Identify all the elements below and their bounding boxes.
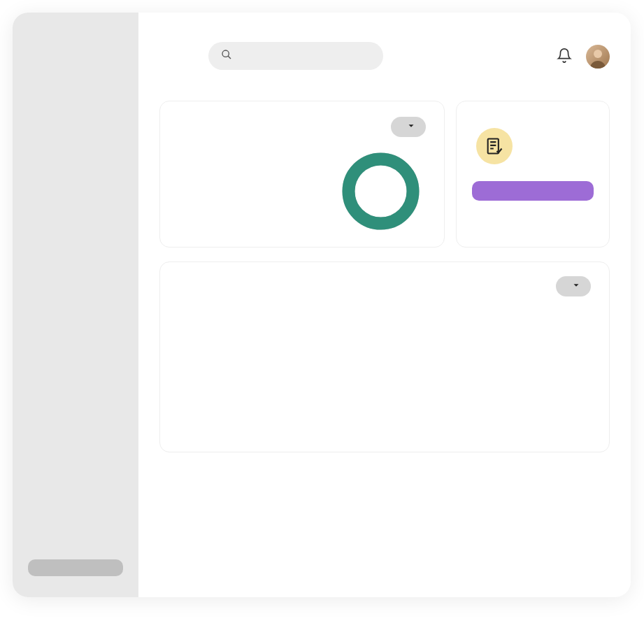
svg-point-2	[594, 50, 602, 58]
invoice-donut-chart	[341, 151, 421, 231]
search-box[interactable]	[208, 42, 383, 70]
main-content	[138, 13, 631, 597]
profit-line-chart	[178, 302, 591, 442]
chevron-down-icon	[406, 121, 416, 133]
bell-icon[interactable]	[557, 48, 572, 66]
profit-period-select[interactable]	[556, 276, 591, 296]
sidebar	[13, 13, 138, 597]
document-check-icon	[476, 128, 513, 164]
svg-point-4	[348, 159, 413, 224]
logout-button[interactable]	[28, 559, 123, 576]
invoice-period-select[interactable]	[391, 117, 426, 137]
app-frame	[13, 13, 631, 597]
total-profit-card	[159, 262, 610, 452]
view-orders-button[interactable]	[472, 181, 594, 201]
search-input[interactable]	[241, 50, 373, 62]
chevron-down-icon	[571, 280, 581, 292]
svg-point-0	[222, 50, 229, 57]
search-icon	[221, 49, 232, 63]
invoice-card	[159, 101, 445, 248]
svg-line-1	[228, 56, 231, 59]
avatar[interactable]	[586, 45, 610, 69]
topbar	[159, 41, 610, 70]
sales-order-card	[456, 101, 610, 248]
